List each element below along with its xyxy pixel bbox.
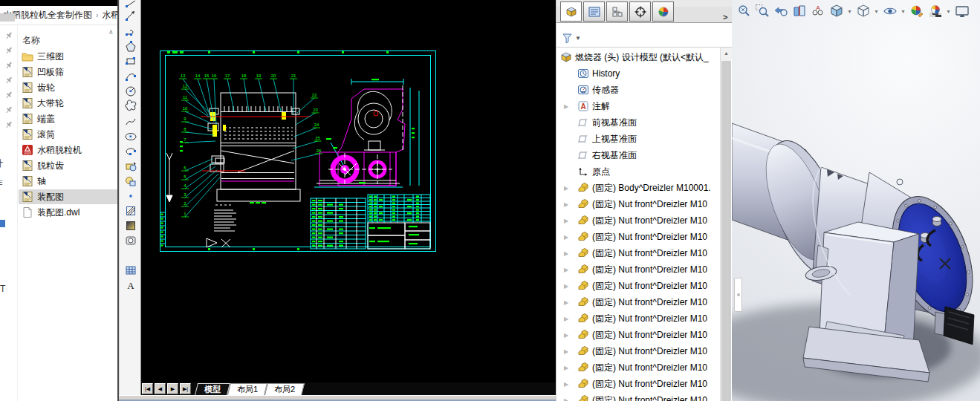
- file-row[interactable]: 装配图.dwl: [19, 205, 117, 220]
- expand-arrow-icon[interactable]: ▶: [564, 234, 568, 241]
- apply-scene-icon[interactable]: [927, 3, 944, 19]
- breadcrumb-segment-next[interactable]: 水稻: [102, 9, 117, 22]
- rectangle-icon[interactable]: [123, 54, 138, 68]
- section-view-icon[interactable]: [791, 3, 808, 19]
- tree-item[interactable]: 原点: [577, 163, 720, 180]
- panel-tab-dimxpert[interactable]: [629, 1, 651, 22]
- tree-root-item[interactable]: 燃烧器 (头) 设计模型 (默认<默认_: [560, 49, 720, 65]
- file-row[interactable]: 三维图: [19, 49, 117, 64]
- expand-arrow-icon[interactable]: ▶: [564, 267, 568, 273]
- ellipse-icon[interactable]: [123, 129, 138, 143]
- hide-show-items-icon[interactable]: [881, 3, 898, 19]
- quick-access-pin-icon[interactable]: [4, 74, 13, 83]
- quick-access-pin-icon[interactable]: [4, 104, 13, 113]
- tree-item[interactable]: ▶(固定) Body^Dreizler M10001.: [577, 180, 720, 196]
- expand-arrow-icon[interactable]: ▶: [564, 397, 568, 401]
- tree-item[interactable]: ▶(固定) Nut front^Dreizler M10: [577, 196, 720, 212]
- circle-icon[interactable]: [123, 84, 138, 98]
- panel-tab-propertymanager[interactable]: [583, 1, 605, 22]
- panel-tab-configuration-manager[interactable]: [606, 1, 628, 22]
- tree-item[interactable]: ▶(固定) Nut front^Dreizler M10: [577, 359, 720, 376]
- layout-nav-button[interactable]: ◀: [155, 383, 166, 394]
- collapse-chevron-icon[interactable]: ∧: [108, 28, 114, 36]
- expand-arrow-icon[interactable]: ▶: [564, 185, 568, 192]
- dropdown-caret-icon[interactable]: ▾: [900, 8, 906, 15]
- layout-tab-layout[interactable]: 布局2: [265, 383, 305, 395]
- view-orientation-icon[interactable]: [828, 3, 845, 19]
- previous-view-icon[interactable]: [772, 3, 789, 19]
- zoom-to-area-icon[interactable]: [753, 3, 770, 19]
- polyline-icon[interactable]: [123, 25, 138, 39]
- expand-arrow-icon[interactable]: ▶: [564, 201, 568, 208]
- region-icon[interactable]: [123, 233, 138, 247]
- spline-icon[interactable]: [123, 114, 138, 128]
- filter-dropdown-caret[interactable]: ▼: [575, 35, 581, 42]
- gradient-icon[interactable]: [123, 218, 138, 232]
- expand-arrow-icon[interactable]: ▶: [564, 218, 568, 224]
- tree-item[interactable]: ▶(固定) Nut front^Dreizler M10: [577, 343, 720, 359]
- quick-access-pin-icon[interactable]: [4, 45, 13, 53]
- tree-scrollbar[interactable]: ▲: [720, 48, 731, 401]
- tree-item[interactable]: History: [577, 65, 720, 82]
- viewport-splitter-handle[interactable]: [734, 278, 742, 312]
- multiline-text-icon[interactable]: A: [123, 278, 138, 292]
- point-icon[interactable]: [123, 189, 138, 203]
- layout-tab-layout[interactable]: 布局1: [227, 383, 267, 395]
- insert-block-icon[interactable]: [123, 159, 138, 173]
- quick-access-pin-icon[interactable]: [4, 30, 13, 39]
- tree-filter-bar[interactable]: ▼: [556, 30, 733, 48]
- ellipse-arc-icon[interactable]: [123, 144, 138, 158]
- tree-item[interactable]: ▶(固定) Nut front^Dreizler M10: [577, 261, 720, 278]
- file-row[interactable]: 齿轮: [19, 80, 117, 95]
- expand-arrow-icon[interactable]: ▶: [564, 103, 568, 110]
- arc-icon[interactable]: [123, 69, 138, 83]
- file-row[interactable]: 脱粒齿: [19, 158, 117, 173]
- file-row[interactable]: 端盖: [19, 111, 117, 126]
- file-row[interactable]: 凹板筛: [19, 65, 117, 79]
- dropdown-caret-icon[interactable]: ▾: [873, 8, 880, 15]
- breadcrumb[interactable]: 水稻脱粒机全套制作图 › 水稻: [0, 6, 117, 25]
- expand-arrow-icon[interactable]: ▶: [564, 316, 568, 322]
- scrollbar-thumb[interactable]: [721, 61, 731, 401]
- expand-arrow-icon[interactable]: ▶: [564, 283, 568, 290]
- expand-arrow-icon[interactable]: ▶: [564, 332, 568, 339]
- edit-appearance-icon[interactable]: [908, 3, 925, 19]
- file-row[interactable]: 滚筒: [19, 127, 117, 142]
- layout-nav-button[interactable]: ▶|: [180, 383, 191, 394]
- expand-arrow-icon[interactable]: ▶: [564, 348, 568, 355]
- tree-item[interactable]: ▶(固定) Nut front^Dreizler M10: [577, 327, 720, 343]
- quick-access-pin-icon[interactable]: [4, 119, 13, 128]
- zoom-to-fit-icon[interactable]: [735, 3, 752, 19]
- tree-item[interactable]: ▶A注解: [577, 98, 720, 114]
- quick-access-pin-icon[interactable]: [4, 89, 13, 98]
- expand-arrow-icon[interactable]: ▶: [564, 250, 568, 257]
- breadcrumb-segment[interactable]: 水稻脱粒机全套制作图: [3, 9, 92, 22]
- column-header-name[interactable]: 名称: [22, 34, 40, 47]
- panel-tab-featuremanager-tree[interactable]: [560, 1, 582, 22]
- annotation-view-icon[interactable]: A: [809, 3, 826, 19]
- line-icon[interactable]: [123, 8, 138, 22]
- dropdown-caret-icon[interactable]: ▾: [846, 8, 853, 15]
- tree-item[interactable]: 前视基准面: [577, 114, 720, 131]
- tree-item[interactable]: 上视基准面: [577, 131, 720, 147]
- tree-item[interactable]: ▶(固定) Nut front^Dreizler M10: [577, 245, 720, 261]
- tree-item[interactable]: ▶(固定) Nut front^Dreizler M10: [577, 229, 720, 245]
- tree-item[interactable]: ▶(固定) Nut front^Dreizler M10: [577, 278, 720, 294]
- construction-line-partial-icon[interactable]: [123, 0, 138, 8]
- 3d-viewport[interactable]: [732, 0, 980, 401]
- file-row[interactable]: 大带轮: [19, 96, 117, 111]
- table-icon[interactable]: [123, 263, 138, 277]
- tree-item[interactable]: ▶(固定) Nut front^Dreizler M10: [577, 294, 720, 310]
- display-style-icon[interactable]: [854, 3, 872, 19]
- expand-arrow-icon[interactable]: ▶: [564, 381, 568, 388]
- expand-arrow-icon[interactable]: ▶: [564, 365, 568, 371]
- tree-item[interactable]: ▶(固定) Nut front^Dreizler M10: [577, 310, 720, 327]
- hatch-icon[interactable]: [123, 203, 138, 218]
- file-row[interactable]: 2020水稻脱粒机: [19, 143, 117, 157]
- file-row-selected[interactable]: 装配图: [19, 189, 117, 204]
- layout-tab-model-active[interactable]: 模型: [195, 383, 230, 395]
- polygon-icon[interactable]: [123, 39, 138, 53]
- scrollbar-up-arrow[interactable]: ▲: [721, 48, 732, 59]
- tabs-overflow-arrow[interactable]: >: [723, 13, 727, 22]
- revision-cloud-icon[interactable]: [123, 99, 138, 113]
